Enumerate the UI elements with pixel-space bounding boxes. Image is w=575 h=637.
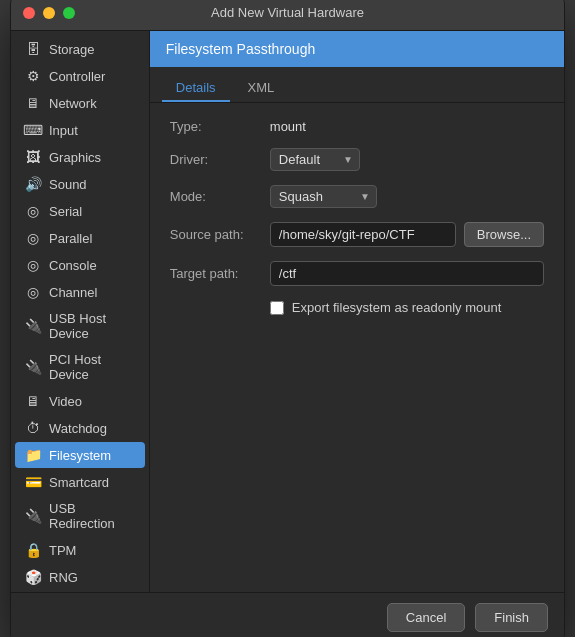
sidebar-item-panic[interactable]: ⚠ Panic Notifier: [15, 591, 145, 592]
sidebar-label-rng: RNG: [49, 570, 78, 585]
watchdog-icon: ⏱: [25, 420, 41, 436]
minimize-button[interactable]: [43, 7, 55, 19]
panel-header: Filesystem Passthrough: [150, 31, 564, 67]
sidebar-label-storage: Storage: [49, 42, 95, 57]
mode-row: Mode: Squash Mapped Passthrough None ▼: [170, 185, 544, 208]
filesystem-icon: 📁: [25, 447, 41, 463]
mode-select-wrapper: Squash Mapped Passthrough None ▼: [270, 185, 377, 208]
source-row: Source path: Browse...: [170, 222, 544, 247]
titlebar: Add New Virtual Hardware: [11, 0, 564, 31]
sidebar-item-storage[interactable]: 🗄 Storage: [15, 36, 145, 62]
maximize-button[interactable]: [63, 7, 75, 19]
type-label: Type:: [170, 119, 270, 134]
serial-icon: ◎: [25, 203, 41, 219]
main-window: Add New Virtual Hardware 🗄 Storage ⚙ Con…: [10, 0, 565, 637]
sidebar-item-network[interactable]: 🖥 Network: [15, 90, 145, 116]
traffic-lights: [23, 7, 75, 19]
driver-row: Driver: Default Path Handle Loop NBD Plo…: [170, 148, 544, 171]
driver-label: Driver:: [170, 152, 270, 167]
sidebar-item-smartcard[interactable]: 💳 Smartcard: [15, 469, 145, 495]
sidebar-label-input: Input: [49, 123, 78, 138]
sidebar-item-pci-host[interactable]: 🔌 PCI Host Device: [15, 347, 145, 387]
type-value: mount: [270, 119, 306, 134]
cancel-button[interactable]: Cancel: [387, 603, 465, 632]
readonly-checkbox[interactable]: [270, 301, 284, 315]
sidebar-item-console[interactable]: ◎ Console: [15, 252, 145, 278]
input-icon: ⌨: [25, 122, 41, 138]
sidebar-item-channel[interactable]: ◎ Channel: [15, 279, 145, 305]
sidebar-label-parallel: Parallel: [49, 231, 92, 246]
graphics-icon: 🖼: [25, 149, 41, 165]
type-row: Type: mount: [170, 119, 544, 134]
sidebar-label-controller: Controller: [49, 69, 105, 84]
console-icon: ◎: [25, 257, 41, 273]
sidebar: 🗄 Storage ⚙ Controller 🖥 Network ⌨ Input…: [11, 31, 150, 592]
sidebar-item-rng[interactable]: 🎲 RNG: [15, 564, 145, 590]
form-area: Type: mount Driver: Default Path Handle …: [150, 103, 564, 592]
sidebar-label-usb-redir: USB Redirection: [49, 501, 135, 531]
sidebar-label-tpm: TPM: [49, 543, 76, 558]
usb-redir-icon: 🔌: [25, 508, 41, 524]
target-label: Target path:: [170, 266, 270, 281]
storage-icon: 🗄: [25, 41, 41, 57]
sidebar-item-video[interactable]: 🖥 Video: [15, 388, 145, 414]
sidebar-label-watchdog: Watchdog: [49, 421, 107, 436]
close-button[interactable]: [23, 7, 35, 19]
usb-host-icon: 🔌: [25, 318, 41, 334]
sidebar-label-filesystem: Filesystem: [49, 448, 111, 463]
readonly-row: Export filesystem as readonly mount: [270, 300, 544, 315]
smartcard-icon: 💳: [25, 474, 41, 490]
channel-icon: ◎: [25, 284, 41, 300]
sidebar-label-network: Network: [49, 96, 97, 111]
parallel-icon: ◎: [25, 230, 41, 246]
sidebar-item-serial[interactable]: ◎ Serial: [15, 198, 145, 224]
sidebar-item-sound[interactable]: 🔊 Sound: [15, 171, 145, 197]
rng-icon: 🎲: [25, 569, 41, 585]
tab-details[interactable]: Details: [162, 75, 230, 102]
controller-icon: ⚙: [25, 68, 41, 84]
footer: Cancel Finish: [11, 592, 564, 637]
sidebar-item-parallel[interactable]: ◎ Parallel: [15, 225, 145, 251]
sidebar-label-channel: Channel: [49, 285, 97, 300]
tabs-bar: Details XML: [150, 67, 564, 103]
target-input[interactable]: [270, 261, 544, 286]
readonly-label: Export filesystem as readonly mount: [292, 300, 502, 315]
source-input-group: Browse...: [270, 222, 544, 247]
target-row: Target path:: [170, 261, 544, 286]
sidebar-item-watchdog[interactable]: ⏱ Watchdog: [15, 415, 145, 441]
sidebar-label-pci-host: PCI Host Device: [49, 352, 135, 382]
sound-icon: 🔊: [25, 176, 41, 192]
sidebar-label-usb-host: USB Host Device: [49, 311, 135, 341]
pci-host-icon: 🔌: [25, 359, 41, 375]
sidebar-item-filesystem[interactable]: 📁 Filesystem: [15, 442, 145, 468]
sidebar-item-graphics[interactable]: 🖼 Graphics: [15, 144, 145, 170]
finish-button[interactable]: Finish: [475, 603, 548, 632]
mode-label: Mode:: [170, 189, 270, 204]
sidebar-item-usb-redir[interactable]: 🔌 USB Redirection: [15, 496, 145, 536]
tpm-icon: 🔒: [25, 542, 41, 558]
video-icon: 🖥: [25, 393, 41, 409]
sidebar-label-graphics: Graphics: [49, 150, 101, 165]
source-label: Source path:: [170, 227, 270, 242]
sidebar-item-input[interactable]: ⌨ Input: [15, 117, 145, 143]
content-area: 🗄 Storage ⚙ Controller 🖥 Network ⌨ Input…: [11, 31, 564, 592]
sidebar-label-sound: Sound: [49, 177, 87, 192]
network-icon: 🖥: [25, 95, 41, 111]
sidebar-label-serial: Serial: [49, 204, 82, 219]
sidebar-item-usb-host[interactable]: 🔌 USB Host Device: [15, 306, 145, 346]
sidebar-label-smartcard: Smartcard: [49, 475, 109, 490]
mode-select[interactable]: Squash Mapped Passthrough None: [270, 185, 377, 208]
browse-button[interactable]: Browse...: [464, 222, 544, 247]
sidebar-item-controller[interactable]: ⚙ Controller: [15, 63, 145, 89]
driver-select[interactable]: Default Path Handle Loop NBD Ploop: [270, 148, 360, 171]
tab-xml[interactable]: XML: [234, 75, 289, 102]
sidebar-item-tpm[interactable]: 🔒 TPM: [15, 537, 145, 563]
main-panel: Filesystem Passthrough Details XML Type:…: [150, 31, 564, 592]
sidebar-label-video: Video: [49, 394, 82, 409]
source-input[interactable]: [270, 222, 456, 247]
driver-select-wrapper: Default Path Handle Loop NBD Ploop ▼: [270, 148, 360, 171]
sidebar-label-console: Console: [49, 258, 97, 273]
window-title: Add New Virtual Hardware: [211, 5, 364, 20]
